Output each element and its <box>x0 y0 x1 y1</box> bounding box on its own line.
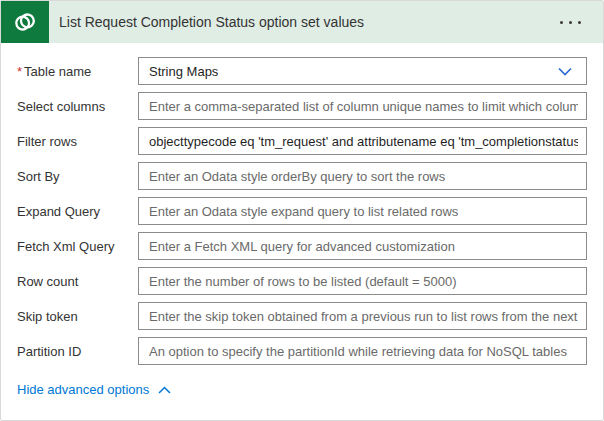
expand-query-input[interactable] <box>138 197 587 225</box>
field-label-text: Table name <box>24 64 91 79</box>
field-label-row-count: Row count <box>17 274 138 289</box>
partition-id-input[interactable] <box>138 337 587 365</box>
sort-by-input[interactable] <box>138 162 587 190</box>
field-label-select-columns: Select columns <box>17 99 138 114</box>
parameters-form: * Table name String Maps Select columns … <box>1 43 603 372</box>
field-row-expand-query: Expand Query <box>17 197 587 225</box>
field-label-skip-token: Skip token <box>17 309 138 324</box>
field-row-skip-token: Skip token <box>17 302 587 330</box>
field-row-filter-rows: Filter rows <box>17 127 587 155</box>
hide-advanced-options-link[interactable]: Hide advanced options <box>17 382 171 397</box>
filter-rows-input[interactable] <box>138 127 587 155</box>
fetch-xml-query-input[interactable] <box>138 232 587 260</box>
table-name-dropdown-value: String Maps <box>149 64 218 79</box>
ellipsis-menu-button[interactable] <box>558 15 583 30</box>
field-row-sort-by: Sort By <box>17 162 587 190</box>
field-label-sort-by: Sort By <box>17 169 138 184</box>
field-row-fetch-xml-query: Fetch Xml Query <box>17 232 587 260</box>
chevron-up-icon <box>158 386 171 394</box>
hide-advanced-options-label: Hide advanced options <box>17 382 149 397</box>
field-row-select-columns: Select columns <box>17 92 587 120</box>
field-row-partition-id: Partition ID <box>17 337 587 365</box>
field-label-filter-rows: Filter rows <box>17 134 138 149</box>
row-count-input[interactable] <box>138 267 587 295</box>
required-asterisk: * <box>17 64 22 79</box>
field-label-partition-id: Partition ID <box>17 344 138 359</box>
action-card-header[interactable]: List Request Completion Status option se… <box>1 1 603 43</box>
ellipsis-dot <box>578 21 581 24</box>
skip-token-input[interactable] <box>138 302 587 330</box>
chevron-down-icon <box>558 67 572 76</box>
card-footer: Hide advanced options <box>1 372 603 398</box>
action-title: List Request Completion Status option se… <box>59 14 364 30</box>
table-name-dropdown[interactable]: String Maps <box>138 57 587 85</box>
dataverse-icon <box>1 1 49 43</box>
field-label-fetch-xml-query: Fetch Xml Query <box>17 239 138 254</box>
ellipsis-dot <box>560 21 563 24</box>
ellipsis-dot <box>569 21 572 24</box>
field-row-row-count: Row count <box>17 267 587 295</box>
field-label-expand-query: Expand Query <box>17 204 138 219</box>
select-columns-input[interactable] <box>138 92 587 120</box>
action-card: List Request Completion Status option se… <box>0 0 604 421</box>
field-row-table-name: * Table name String Maps <box>17 57 587 85</box>
field-label-table-name: * Table name <box>17 64 138 79</box>
